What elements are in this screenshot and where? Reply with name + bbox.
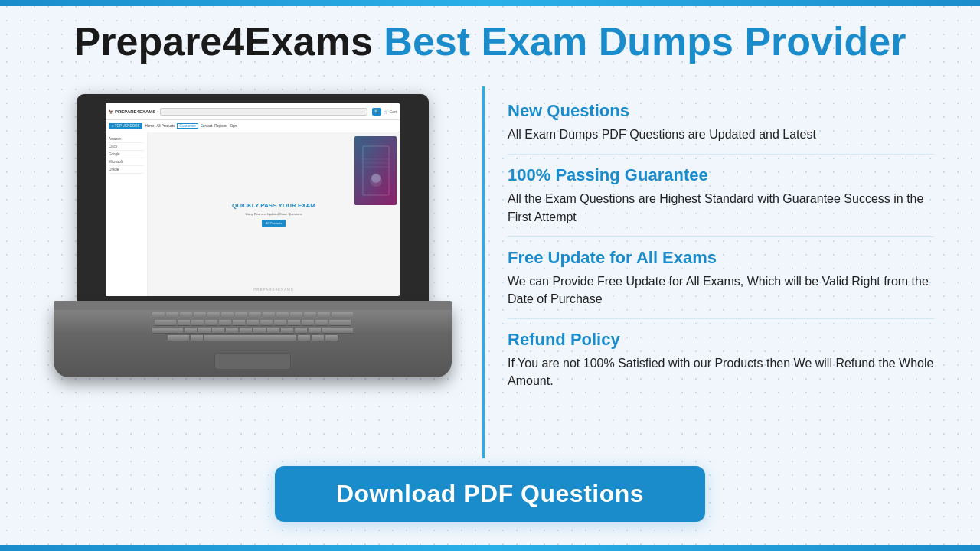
svg-rect-0: [361, 144, 391, 197]
key: [235, 312, 247, 318]
features-section: New Questions All Exam Dumps PDF Questio…: [508, 86, 934, 400]
key: [276, 312, 289, 318]
mini-sidebar-cisco: Cisco: [109, 143, 144, 151]
keyboard-top-edge: [54, 301, 452, 310]
key: [260, 320, 273, 326]
mini-cart: 🛒 Cart: [384, 109, 397, 114]
key: [302, 320, 314, 326]
feature-desc-2: All the Exam Questions are Highest Stand…: [508, 190, 934, 225]
mini-sidebar-amazon: Amazon: [109, 135, 144, 143]
mini-logo-text: PREPARE4EXAMS: [115, 109, 155, 114]
key: [304, 312, 316, 318]
feature-title-1: New Questions: [508, 101, 934, 121]
key-row-space: [69, 335, 436, 341]
key: [274, 320, 286, 326]
page-title: Prepare4Exams Best Exam Dumps Provider: [74, 20, 906, 64]
mini-main-area: QUICKLY PASS YOUR EXAM Using Real and Up…: [148, 132, 400, 296]
key: [219, 320, 231, 326]
mini-all-products-btn: All Products: [262, 220, 286, 227]
body-section: 🦅 PREPARE4EXAMS 🔍 🛒 Cart ≡ TOP VEN: [46, 86, 934, 458]
feature-title-4: Refund Policy: [508, 330, 934, 350]
page-container: Prepare4Exams Best Exam Dumps Provider: [0, 0, 980, 551]
feature-title-2: 100% Passing Guarantee: [508, 165, 934, 185]
key: [212, 328, 224, 334]
key: [318, 312, 330, 318]
download-pdf-button[interactable]: Download PDF Questions: [275, 466, 705, 522]
key-row-3: [69, 328, 436, 334]
mini-search-btn: 🔍: [372, 108, 381, 116]
mini-nav-products: All Products: [156, 124, 175, 128]
key: [226, 328, 238, 334]
mini-nav-home: Home: [145, 124, 154, 128]
download-btn-wrapper: Download PDF Questions: [46, 458, 934, 536]
mini-sidebar-oracle: Oracle: [109, 166, 144, 174]
feature-desc-3: We can Provide Free Update for All Exams…: [508, 272, 934, 308]
key: [191, 335, 203, 341]
laptop-section: 🦅 PREPARE4EXAMS 🔍 🛒 Cart ≡ TOP VEN: [46, 86, 459, 377]
key: [194, 312, 206, 318]
key: [290, 312, 302, 318]
key: [288, 320, 300, 326]
key: [155, 320, 176, 326]
mini-header: 🦅 PREPARE4EXAMS 🔍 🛒 Cart: [106, 103, 400, 120]
laptop-touchpad: [214, 353, 291, 370]
section-divider: [482, 86, 485, 458]
mini-product-image: [354, 136, 397, 205]
key: [325, 335, 338, 341]
svg-point-6: [371, 174, 381, 183]
key: [267, 328, 279, 334]
title-black: Prepare4Exams: [74, 19, 373, 64]
mini-nav-contact: Contact: [201, 124, 213, 128]
mini-nav: ≡ TOP VENDORS Home All Products Guarante…: [106, 120, 400, 132]
feature-desc-1: All Exam Dumps PDF Questions are Updated…: [508, 126, 934, 143]
key-row-2: [69, 320, 436, 326]
mini-sidebar: Amazon Cisco Google Microsoft Oracle: [106, 132, 148, 296]
key: [185, 328, 197, 334]
mini-product-img-content: [354, 136, 397, 205]
key: [298, 335, 310, 341]
feature-free-update: Free Update for All Exams We can Provide…: [508, 237, 934, 319]
laptop-screen: 🦅 PREPARE4EXAMS 🔍 🛒 Cart ≡ TOP VEN: [106, 103, 400, 296]
bottom-accent-bar: [0, 545, 980, 551]
mini-nav-register: Register: [214, 124, 227, 128]
feature-new-questions: New Questions All Exam Dumps PDF Questio…: [508, 90, 934, 155]
key: [329, 320, 351, 326]
key: [249, 312, 261, 318]
spacebar: [204, 335, 296, 341]
key-row-1: [69, 312, 436, 318]
key: [322, 328, 353, 334]
key: [191, 320, 204, 326]
key: [263, 312, 275, 318]
laptop-keyboard-base: [54, 305, 452, 377]
key: [309, 328, 321, 334]
key: [152, 312, 165, 318]
key: [233, 320, 245, 326]
feature-desc-4: If You are not 100% Satisfied with our P…: [508, 354, 934, 390]
main-content: Prepare4Exams Best Exam Dumps Provider: [0, 6, 980, 551]
mini-nav-guarantee: Guarantee: [177, 123, 198, 129]
mini-sidebar-microsoft: Microsoft: [109, 158, 144, 166]
key: [332, 312, 353, 318]
mini-sidebar-google: Google: [109, 151, 144, 158]
key: [281, 328, 293, 334]
key: [198, 328, 211, 334]
keyboard-keys: [69, 312, 436, 347]
mini-hero-sub: Using Real and Updated Exam Questions: [245, 212, 302, 216]
top-accent-bar: [0, 0, 980, 6]
feature-refund-policy: Refund Policy If You are not 100% Satisf…: [508, 319, 934, 400]
mini-nav-sign: Sign: [230, 124, 237, 128]
laptop-screen-lid: 🦅 PREPARE4EXAMS 🔍 🛒 Cart ≡ TOP VEN: [77, 94, 429, 308]
mini-watermark: PREPARE4EXAMS: [253, 288, 293, 292]
key: [295, 328, 307, 334]
key: [315, 320, 328, 326]
mini-top-vendors: ≡ TOP VENDORS: [109, 123, 142, 129]
key: [312, 335, 324, 341]
key: [240, 328, 252, 334]
key: [166, 312, 178, 318]
key: [253, 328, 266, 334]
key: [152, 328, 183, 334]
key: [207, 312, 220, 318]
key: [205, 320, 217, 326]
key: [221, 312, 234, 318]
feature-passing-guarantee: 100% Passing Guarantee All the Exam Ques…: [508, 155, 934, 236]
